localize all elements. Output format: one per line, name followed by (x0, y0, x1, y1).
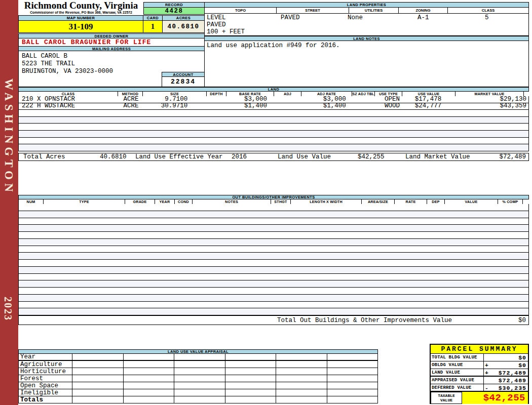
appraisal-cell[interactable] (276, 368, 327, 375)
appraisal-cell[interactable] (174, 368, 225, 375)
land-cell-method (119, 117, 144, 124)
land-use-value-label: Land Use Value (278, 153, 331, 160)
appraisal-cell[interactable] (123, 396, 175, 403)
appraisal-cell[interactable] (174, 353, 225, 361)
appraisal-cell[interactable] (225, 389, 277, 396)
land-table-row: 210 X OPNSTACRACRE9.7100$3,000$3,000OPEN… (19, 96, 528, 103)
land-cell-method (119, 110, 144, 116)
record-value-field[interactable]: 4428 (143, 7, 205, 15)
parcel-summary-amount: $0 (518, 354, 526, 361)
appraisal-cell[interactable] (72, 353, 124, 361)
appraisal-cell[interactable] (174, 360, 225, 368)
appraisal-cell[interactable] (327, 382, 378, 389)
land-cell-sz-adj-tbl (355, 117, 378, 124)
land-cell-adj-rate (304, 124, 355, 130)
appraisal-row: Year (18, 354, 378, 361)
acres-field[interactable]: 40.6810 (162, 20, 205, 33)
taxable-value-amount[interactable]: $42,255 (462, 392, 528, 404)
appraisal-row-label: Open Space (18, 382, 72, 389)
parcel-summary-row-label: DEFERRED VALUE (431, 384, 484, 391)
appraisal-cell[interactable] (276, 396, 327, 403)
out-buildings-table-row (19, 225, 528, 232)
appraisal-cell[interactable] (72, 396, 124, 403)
appraisal-cell[interactable] (225, 396, 277, 403)
appraisal-cell[interactable] (174, 382, 225, 389)
land-cell-adj (276, 124, 304, 130)
appraisal-cell[interactable] (276, 360, 327, 368)
appraisal-cell[interactable] (327, 368, 378, 375)
land-cell-base-rate (228, 124, 276, 130)
land-cell-depth (208, 110, 228, 116)
appraisal-cell[interactable] (327, 360, 378, 368)
account-number-field[interactable]: 22834 (162, 76, 205, 87)
out-buildings-table-row (19, 260, 528, 267)
county-title: Richmond County, Virginia (19, 1, 143, 11)
appraisal-cell[interactable] (123, 353, 175, 361)
appraisal-cell[interactable] (72, 368, 124, 375)
land-cell-use-type: OPEN (378, 96, 406, 103)
land-cell-size: 9.7100 (143, 96, 208, 103)
appraisal-row: Totals (18, 396, 378, 403)
appraisal-row-label: Ineligible (18, 389, 72, 396)
land-cell-use-value (406, 124, 460, 130)
land-notes-box[interactable]: Land use application #949 for 2016. (204, 40, 529, 87)
appraisal-cell[interactable] (123, 368, 175, 375)
appraisal-cell[interactable] (72, 375, 124, 382)
land-cell-sz-adj-tbl (355, 103, 378, 110)
appraisal-cell[interactable] (225, 360, 277, 368)
appraisal-cell[interactable] (174, 389, 225, 396)
appraisal-cell[interactable] (123, 360, 175, 368)
appraisal-cell[interactable] (123, 375, 175, 382)
appraisal-cell[interactable] (225, 382, 277, 389)
card-number-field[interactable]: 1 (143, 20, 163, 33)
appraisal-cell[interactable] (174, 396, 225, 403)
land-cell-depth (208, 138, 228, 144)
land-cell-sz-adj-tbl (355, 144, 378, 151)
appraisal-row-label: Year (18, 353, 72, 361)
appraisal-cell[interactable] (123, 382, 175, 389)
land-use-value: $42,255 (358, 153, 385, 160)
appraisal-cell[interactable] (225, 353, 277, 361)
total-acres-label: Total Acres (23, 153, 65, 160)
appraisal-cell[interactable] (327, 375, 378, 382)
parcel-summary-row-label: TOTAL BLDG VALUE (431, 354, 484, 361)
land-cell-size (143, 110, 208, 116)
appraisal-cell[interactable] (276, 382, 327, 389)
appraisal-cell[interactable] (327, 389, 378, 396)
appraisal-cell[interactable] (72, 382, 124, 389)
appraisal-cell[interactable] (174, 375, 225, 382)
land-cell-adj-rate: $1,400 (304, 103, 355, 110)
land-cell-class (19, 131, 119, 137)
appraisal-cell[interactable] (225, 368, 277, 375)
topo-value-1: LEVEL (207, 14, 226, 21)
appraisal-cell[interactable] (225, 375, 277, 382)
appraisal-cell[interactable] (72, 389, 124, 396)
appraisal-cell[interactable] (327, 396, 378, 403)
land-cell-size (143, 131, 208, 137)
appraisal-cell[interactable] (276, 389, 327, 396)
land-table-row (19, 144, 528, 151)
appraisal-row: Ineligible (18, 389, 378, 396)
appraisal-cell[interactable] (276, 353, 327, 361)
land-cell-class (19, 117, 119, 124)
appraisal-cell[interactable] (123, 389, 175, 396)
land-cell-adj (276, 131, 304, 137)
land-cell-use-type (378, 124, 406, 130)
parcel-summary-row-label: LAND VALUE (431, 369, 484, 376)
appraisal-row-label: Forest (18, 375, 72, 382)
map-number-field[interactable]: 31-109 (18, 20, 143, 33)
out-buildings-table-row (19, 218, 528, 225)
out-buildings-table-row (19, 302, 528, 309)
land-cell-size (143, 117, 208, 124)
land-cell-use-type (378, 110, 406, 116)
out-buildings-table-body (18, 204, 529, 315)
land-properties-values: LEVEL PAVED None A-1 5 PAVED 100 + FEET (204, 13, 529, 36)
land-cell-method: ACRE (119, 103, 144, 110)
appraisal-cell[interactable] (72, 360, 124, 368)
parcel-summary-amount: $30,235 (499, 384, 526, 391)
appraisal-cell[interactable] (276, 375, 327, 382)
land-notes-text: Land use application #949 for 2016. (207, 42, 340, 49)
land-cell-use-value (406, 110, 460, 116)
land-cell-sz-adj-tbl (355, 96, 378, 103)
appraisal-cell[interactable] (327, 353, 378, 361)
